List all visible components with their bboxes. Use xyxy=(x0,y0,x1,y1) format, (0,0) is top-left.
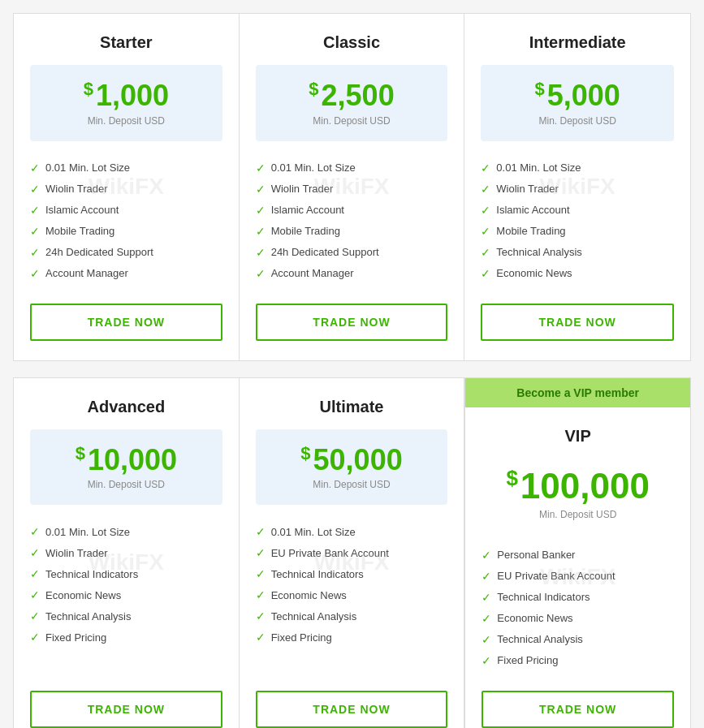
list-item: ✓Account Manager xyxy=(30,263,222,284)
feature-text: Wiolin Trader xyxy=(45,183,108,195)
feature-text: Account Manager xyxy=(271,267,354,279)
list-item: ✓Wiolin Trader xyxy=(30,542,222,563)
list-item: ✓0.01 Min. Lot Size xyxy=(256,521,448,542)
list-item: ✓Islamic Account xyxy=(256,200,448,221)
check-icon: ✓ xyxy=(481,204,490,217)
list-item: ✓Wiolin Trader xyxy=(481,179,674,200)
feature-text: EU Private Bank Account xyxy=(497,570,615,582)
trade-now-button-advanced[interactable]: TRADE NOW xyxy=(30,691,222,728)
list-item: ✓Fixed Pricing xyxy=(30,627,222,648)
vip-banner: Become a VIP member xyxy=(465,378,690,407)
dollar-sign: $ xyxy=(76,443,85,463)
list-item: ✓Technical Indicators xyxy=(30,563,222,584)
trade-now-button-classic[interactable]: TRADE NOW xyxy=(256,304,448,341)
deposit-amount-vip: $100,000 xyxy=(490,467,666,506)
plan-card-starter: WikiFXStarter$1,000Min. Deposit USD✓0.01… xyxy=(14,14,240,360)
feature-text: Technical Indicators xyxy=(271,568,364,580)
list-item: ✓Mobile Trading xyxy=(481,221,674,242)
feature-text: Technical Analysis xyxy=(45,610,132,622)
deposit-box-starter: $1,000Min. Deposit USD xyxy=(30,65,222,141)
feature-text: Economic News xyxy=(45,589,121,601)
check-icon: ✓ xyxy=(256,610,266,622)
plan-title-advanced: Advanced xyxy=(30,398,222,416)
trade-now-button-vip[interactable]: TRADE NOW xyxy=(482,691,674,728)
deposit-box-ultimate: $50,000Min. Deposit USD xyxy=(256,429,448,506)
features-list-advanced: ✓0.01 Min. Lot Size✓Wiolin Trader✓Techni… xyxy=(30,521,222,648)
deposit-label-advanced: Min. Deposit USD xyxy=(38,479,214,490)
feature-text: Fixed Pricing xyxy=(45,631,106,644)
list-item: ✓Economic News xyxy=(30,584,222,605)
feature-text: Mobile Trading xyxy=(271,225,340,237)
list-item: ✓Islamic Account xyxy=(30,200,222,221)
feature-text: Islamic Account xyxy=(496,204,569,216)
check-icon: ✓ xyxy=(256,588,266,601)
plan-card-classic: WikiFXClassic$2,500Min. Deposit USD✓0.01… xyxy=(240,14,465,360)
check-icon: ✓ xyxy=(30,546,40,559)
check-icon: ✓ xyxy=(30,225,40,238)
list-item: ✓Wiolin Trader xyxy=(30,179,222,200)
list-item: ✓Economic News xyxy=(481,263,674,284)
list-item: ✓Islamic Account xyxy=(481,200,674,221)
list-item: ✓0.01 Min. Lot Size xyxy=(481,157,674,179)
trade-now-button-starter[interactable]: TRADE NOW xyxy=(30,304,222,341)
check-icon: ✓ xyxy=(481,162,490,174)
list-item: ✓Wiolin Trader xyxy=(256,179,448,200)
list-item: ✓0.01 Min. Lot Size xyxy=(256,157,448,179)
deposit-label-starter: Min. Deposit USD xyxy=(38,115,214,127)
check-icon: ✓ xyxy=(256,162,266,174)
check-icon: ✓ xyxy=(30,204,40,217)
dollar-sign: $ xyxy=(309,79,318,99)
deposit-box-intermediate: $5,000Min. Deposit USD xyxy=(481,65,674,141)
features-list-intermediate: ✓0.01 Min. Lot Size✓Wiolin Trader✓Islami… xyxy=(481,157,674,284)
deposit-box-advanced: $10,000Min. Deposit USD xyxy=(30,429,222,506)
check-icon: ✓ xyxy=(30,610,40,622)
dollar-sign: $ xyxy=(506,466,517,490)
check-icon: ✓ xyxy=(256,631,266,644)
list-item: ✓Mobile Trading xyxy=(30,221,222,242)
feature-text: Fixed Pricing xyxy=(497,654,558,666)
list-item: ✓Fixed Pricing xyxy=(482,650,674,671)
deposit-amount-classic: $2,500 xyxy=(264,80,440,112)
feature-text: Technical Analysis xyxy=(497,633,583,645)
check-icon: ✓ xyxy=(256,267,266,280)
check-icon: ✓ xyxy=(256,246,266,259)
trade-now-button-ultimate[interactable]: TRADE NOW xyxy=(256,691,448,728)
feature-text: Technical Indicators xyxy=(497,591,590,603)
list-item: ✓0.01 Min. Lot Size xyxy=(30,521,222,542)
feature-text: 0.01 Min. Lot Size xyxy=(45,162,130,174)
plan-title-classic: Classic xyxy=(256,33,448,52)
feature-text: Economic News xyxy=(496,267,572,279)
trade-now-button-intermediate[interactable]: TRADE NOW xyxy=(481,304,674,341)
plan-card-vip: WikiFXVIP$100,000Min. Deposit USD✓Person… xyxy=(465,407,690,728)
feature-text: Technical Indicators xyxy=(45,568,138,580)
check-icon: ✓ xyxy=(30,162,40,174)
deposit-box-vip: $100,000Min. Deposit USD xyxy=(482,459,674,536)
plan-title-intermediate: Intermediate xyxy=(481,33,674,52)
plan-card-intermediate: WikiFXIntermediate$5,000Min. Deposit USD… xyxy=(464,14,690,360)
feature-text: Mobile Trading xyxy=(45,225,114,237)
list-item: ✓Technical Analysis xyxy=(482,629,674,650)
features-list-ultimate: ✓0.01 Min. Lot Size✓EU Private Bank Acco… xyxy=(256,521,448,648)
check-icon: ✓ xyxy=(482,570,491,583)
feature-text: Technical Analysis xyxy=(271,610,357,622)
deposit-label-intermediate: Min. Deposit USD xyxy=(489,115,666,127)
feature-text: Account Manager xyxy=(45,267,128,279)
feature-text: Wiolin Trader xyxy=(496,183,559,195)
list-item: ✓Fixed Pricing xyxy=(256,627,448,648)
feature-text: Fixed Pricing xyxy=(271,631,332,644)
list-item: ✓EU Private Bank Account xyxy=(482,566,674,587)
features-list-classic: ✓0.01 Min. Lot Size✓Wiolin Trader✓Islami… xyxy=(256,157,448,284)
deposit-amount-intermediate: $5,000 xyxy=(489,80,666,112)
list-item: ✓Technical Indicators xyxy=(482,587,674,608)
features-list-starter: ✓0.01 Min. Lot Size✓Wiolin Trader✓Islami… xyxy=(30,157,222,284)
list-item: ✓Economic News xyxy=(482,608,674,629)
list-item: ✓Account Manager xyxy=(256,263,448,284)
list-item: ✓Technical Analysis xyxy=(30,605,222,627)
check-icon: ✓ xyxy=(30,267,40,280)
check-icon: ✓ xyxy=(256,204,266,217)
check-icon: ✓ xyxy=(482,612,491,625)
check-icon: ✓ xyxy=(481,246,490,259)
deposit-box-classic: $2,500Min. Deposit USD xyxy=(256,65,448,141)
deposit-amount-ultimate: $50,000 xyxy=(264,444,440,476)
list-item: ✓Technical Analysis xyxy=(481,242,674,263)
